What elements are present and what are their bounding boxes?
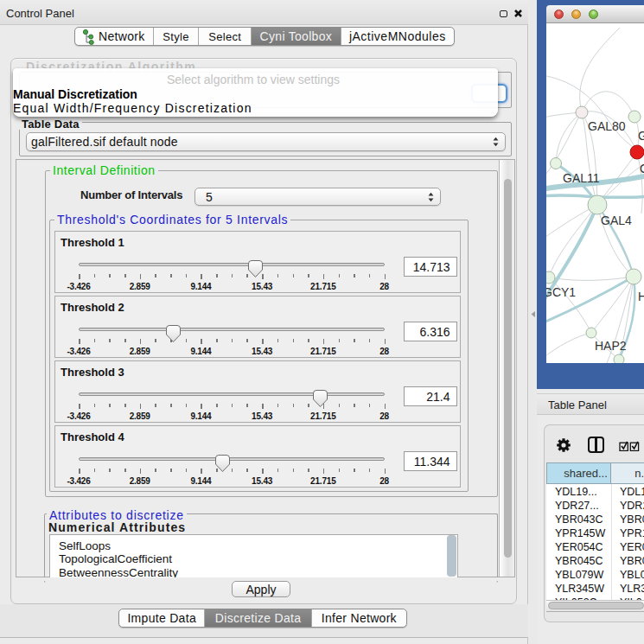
- svg-text:GCY1: GCY1: [546, 285, 576, 299]
- svg-text:GAL80: GAL80: [588, 119, 626, 133]
- svg-text:C: C: [640, 162, 644, 175]
- svg-text:GAL4: GAL4: [601, 214, 632, 227]
- svg-text:G.: G.: [638, 129, 644, 143]
- svg-text:H: H: [638, 290, 644, 303]
- svg-text:HAP2: HAP2: [595, 339, 627, 353]
- svg-text:GAL11: GAL11: [563, 171, 600, 185]
